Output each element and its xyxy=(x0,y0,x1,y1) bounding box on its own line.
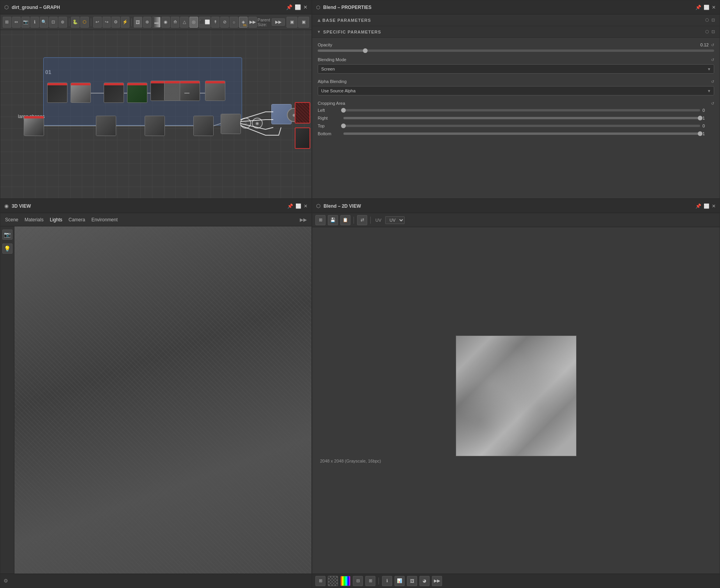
nav-lights[interactable]: Lights xyxy=(50,217,62,222)
opacity-slider[interactable] xyxy=(318,49,714,52)
toolbar-redo-btn[interactable]: ↪ xyxy=(103,17,111,28)
alpha-blending-select[interactable]: Use Source Alpha Use Destination Alpha N… xyxy=(318,86,714,95)
specific-params-header[interactable]: ▼ SPECIFIC PARAMETERS ⬡ ⊡ xyxy=(312,26,720,38)
node-3[interactable] xyxy=(104,83,124,103)
toolbar-img-btn[interactable]: 🖼 xyxy=(134,17,142,28)
view2d-bottom-layers-btn[interactable]: ⊞ xyxy=(315,576,326,586)
toolbar-filter-btn[interactable]: ⊘ xyxy=(220,17,229,28)
view2d-info-btn[interactable]: ℹ xyxy=(382,576,392,586)
view2d-more-btn[interactable]: ▶▶ xyxy=(432,576,442,586)
node-lower-3[interactable] xyxy=(193,116,214,136)
view2d-checkerboard-btn[interactable] xyxy=(328,576,338,586)
toolbar-noise-btn[interactable]: ◉ xyxy=(161,17,170,28)
base-params-header[interactable]: ▶ BASE PARAMETERS ⬡ ⊡ xyxy=(312,14,720,26)
nav-materials[interactable]: Materials xyxy=(25,217,44,222)
toolbar-info-btn[interactable]: ℹ xyxy=(30,17,39,28)
props-pin-icon[interactable]: 📌 xyxy=(695,5,701,10)
cropping-right-thumb[interactable] xyxy=(698,116,702,120)
node-lower-2[interactable] xyxy=(145,116,165,136)
cropping-top-slider[interactable] xyxy=(343,125,700,127)
node-lower-4[interactable] xyxy=(221,114,241,134)
toolbar-camera-btn[interactable]: 📷 xyxy=(21,17,30,28)
view2d-pin-icon[interactable]: 📌 xyxy=(695,203,701,209)
toolbar-warp-btn[interactable]: ↟ xyxy=(211,17,220,28)
node-8[interactable] xyxy=(205,81,225,101)
cropping-left-value[interactable]: 0 xyxy=(702,108,714,113)
cropping-bottom-slider[interactable] xyxy=(343,132,700,135)
node-output-right-2[interactable] xyxy=(295,127,310,149)
graph-canvas[interactable]: 01 large shapes xyxy=(0,30,311,198)
props-maximize-icon[interactable]: ⬜ xyxy=(704,5,709,10)
nav-scene[interactable]: Scene xyxy=(5,217,18,222)
opacity-reset-icon[interactable]: ↺ xyxy=(711,43,714,47)
view3d-settings-icon[interactable]: ⚙ xyxy=(4,578,8,584)
base-icon1[interactable]: ⬡ xyxy=(705,18,709,23)
specific-icon1[interactable]: ⬡ xyxy=(705,29,709,34)
toolbar-render-btn[interactable]: ⚡ xyxy=(121,17,129,28)
node-1[interactable] xyxy=(47,83,67,103)
view-3d-btn[interactable]: ▣ xyxy=(298,17,309,28)
cropping-left-thumb[interactable] xyxy=(341,108,346,113)
toolbar-pattern-btn[interactable]: ⬛⬜ xyxy=(199,17,211,28)
node-input-1[interactable] xyxy=(24,116,44,136)
toolbar-active-btn[interactable]: ◈01 xyxy=(239,17,248,28)
toolbar-select-btn[interactable]: ⊞ xyxy=(3,17,11,28)
view2d-preview-btn[interactable]: 🖼 xyxy=(407,576,417,586)
connect-icon-2[interactable]: ◉ xyxy=(252,118,263,129)
view2d-copy-btn[interactable]: 📋 xyxy=(340,215,350,225)
cropping-reset-icon[interactable]: ↺ xyxy=(711,101,714,106)
view2d-layers-btn[interactable]: ⊞ xyxy=(315,215,326,225)
view3d-pin-icon[interactable]: 📌 xyxy=(287,203,293,209)
node-4[interactable] xyxy=(127,83,147,103)
node-output-right[interactable] xyxy=(295,102,310,124)
toolbar-connect-btn[interactable]: ⊛ xyxy=(58,17,67,28)
cropping-bottom-value[interactable]: 1 xyxy=(702,131,714,136)
view2d-transform-btn[interactable]: ⊞ xyxy=(365,576,375,586)
view3d-camera-btn[interactable]: 📷 xyxy=(2,230,12,240)
alpha-reset-icon[interactable]: ↺ xyxy=(711,79,714,84)
base-icon2[interactable]: ⊡ xyxy=(711,18,715,23)
cropping-right-slider[interactable] xyxy=(343,117,700,119)
toolbar-zoom-btn[interactable]: 🔍 xyxy=(40,17,48,28)
view3d-maximize-icon[interactable]: ⬜ xyxy=(295,203,301,209)
view2d-palette-btn[interactable]: ◕ xyxy=(419,576,430,586)
toolbar-frame-btn[interactable]: ⊡ xyxy=(49,17,58,28)
toolbar-more-btn[interactable]: ▶▶ xyxy=(248,17,257,28)
nav-environment[interactable]: Environment xyxy=(91,217,117,222)
view3d-close-icon[interactable]: ✕ xyxy=(304,203,308,209)
cropping-top-thumb[interactable] xyxy=(341,124,346,128)
opacity-thumb[interactable] xyxy=(363,48,368,53)
view3d-light-btn[interactable]: 💡 xyxy=(2,244,12,254)
opacity-value[interactable]: 0.12 xyxy=(701,42,709,47)
parent-size-btn[interactable]: ▶▶ xyxy=(272,18,285,26)
toolbar-sphere-btn[interactable]: ○ xyxy=(230,17,238,28)
view-2d-btn[interactable]: ▣ xyxy=(287,17,297,28)
node-7[interactable] xyxy=(180,81,200,101)
connect-icon-1[interactable]: ○ xyxy=(240,118,251,129)
toolbar-python-btn[interactable]: 🐍 xyxy=(71,17,80,28)
toolbar-move-btn[interactable]: ⇔ xyxy=(12,17,21,28)
view2d-share-btn[interactable]: ⇄ xyxy=(357,215,367,225)
toolbar-gradient-btn[interactable]: ▬ xyxy=(152,17,161,28)
blending-reset-icon[interactable]: ↺ xyxy=(711,58,714,62)
cropping-right-value[interactable]: 1 xyxy=(702,116,714,120)
view2d-histogram-btn[interactable]: 📊 xyxy=(394,576,405,586)
pin-icon[interactable]: 📌 xyxy=(286,4,292,10)
node-2[interactable] xyxy=(71,83,91,103)
toolbar-hex-btn[interactable]: ⬡ xyxy=(80,17,89,28)
nav-more-btn[interactable]: ▶▶ xyxy=(300,217,307,222)
view2d-close-icon[interactable]: ✕ xyxy=(712,203,716,209)
uv-dropdown[interactable]: UV xyxy=(385,216,405,224)
view2d-grid-btn[interactable]: ⊟ xyxy=(353,576,363,586)
toolbar-param-btn[interactable]: ⊕ xyxy=(143,17,152,28)
view2d-color-btn[interactable] xyxy=(340,576,350,586)
toolbar-undo-btn[interactable]: ↩ xyxy=(93,17,102,28)
toolbar-blend-btn[interactable]: ◎ xyxy=(189,17,198,28)
toolbar-curve-btn[interactable]: ⟰ xyxy=(171,17,179,28)
nav-camera[interactable]: Camera xyxy=(69,217,85,222)
view2d-maximize-icon[interactable]: ⬜ xyxy=(704,203,709,209)
node-lower-1[interactable] xyxy=(96,116,116,136)
view2d-save-btn[interactable]: 💾 xyxy=(328,215,338,225)
cropping-top-value[interactable]: 0 xyxy=(702,124,714,128)
props-close-icon[interactable]: ✕ xyxy=(712,5,716,10)
